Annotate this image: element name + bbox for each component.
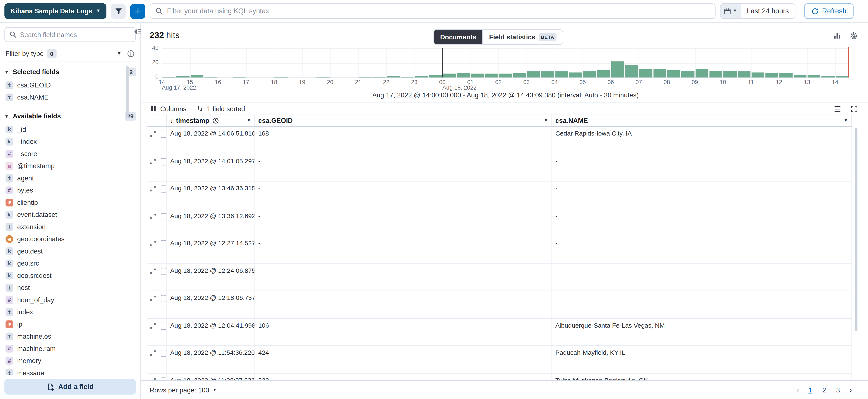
select-row-checkbox[interactable]: [161, 240, 166, 247]
csa-geoid-cell[interactable]: -: [255, 209, 552, 236]
csa-geoid-cell[interactable]: -: [255, 264, 552, 291]
field-item[interactable]: textension: [4, 221, 136, 233]
collapse-sidebar-button[interactable]: [133, 28, 141, 36]
field-item[interactable]: tcsa.GEOID: [4, 79, 136, 91]
histogram-bar[interactable]: [695, 69, 708, 77]
add-field-button[interactable]: Add a field: [4, 379, 136, 395]
histogram[interactable]: [162, 48, 849, 77]
grid-header-csa-name[interactable]: csa.NAME ▼: [552, 115, 852, 126]
select-row-checkbox[interactable]: [161, 158, 166, 165]
histogram-bar[interactable]: [653, 69, 666, 77]
next-page-button[interactable]: ›: [846, 385, 855, 395]
expand-row-button[interactable]: [150, 295, 156, 302]
refresh-button[interactable]: Refresh: [804, 3, 854, 19]
timestamp-cell[interactable]: Aug 18, 2022 @ 11:54:36.220: [167, 346, 255, 373]
histogram-bar[interactable]: [681, 71, 694, 77]
grid-header-timestamp[interactable]: ↓ timestamp ▼: [167, 115, 255, 126]
grid-header-csa-geoid[interactable]: csa.GEOID ▼: [255, 115, 552, 126]
csa-name-cell[interactable]: -: [552, 291, 852, 318]
field-item[interactable]: #_score: [4, 148, 136, 160]
field-item[interactable]: kgeo.dest: [4, 245, 136, 257]
field-item[interactable]: tindex: [4, 306, 136, 318]
histogram-bar[interactable]: [611, 61, 624, 77]
display-options-button[interactable]: [834, 105, 841, 113]
page-1-button[interactable]: 1: [805, 384, 816, 396]
histogram-bar[interactable]: [751, 72, 764, 77]
select-row-checkbox[interactable]: [161, 267, 166, 275]
histogram-bar[interactable]: [738, 72, 750, 77]
field-item[interactable]: ▦@timestamp: [4, 160, 136, 172]
histogram-bar[interactable]: [766, 73, 778, 77]
histogram-bar[interactable]: [471, 74, 484, 77]
kql-query-input[interactable]: [167, 7, 710, 15]
date-quick-select-button[interactable]: ▼: [721, 4, 741, 18]
expand-row-button[interactable]: [150, 377, 156, 380]
histogram-bar[interactable]: [780, 73, 793, 77]
histogram-bar[interactable]: [177, 76, 189, 77]
columns-button[interactable]: Columns: [150, 105, 186, 113]
histogram-bar[interactable]: [387, 76, 400, 77]
histogram-bar[interactable]: [836, 76, 848, 77]
chart-options-button[interactable]: [833, 32, 841, 40]
field-item[interactable]: kevent.dataset: [4, 209, 136, 221]
csa-name-cell[interactable]: Albuquerque-Santa Fe-Las Vegas, NM: [552, 319, 852, 345]
csa-name-cell[interactable]: -: [552, 264, 852, 291]
page-2-button[interactable]: 2: [818, 384, 830, 396]
histogram-bar[interactable]: [415, 76, 428, 77]
field-item[interactable]: kgeo.srcdest: [4, 270, 136, 282]
csa-geoid-cell[interactable]: 522: [255, 373, 552, 380]
select-row-checkbox[interactable]: [161, 377, 166, 380]
histogram-bar[interactable]: [555, 72, 568, 77]
sort-fields-button[interactable]: 1 field sorted: [196, 105, 245, 113]
histogram-bar[interactable]: [822, 76, 835, 77]
field-item[interactable]: tcsa.NAME: [4, 91, 136, 103]
filter-by-type-button[interactable]: Filter by type 0 ▼: [4, 46, 136, 62]
csa-geoid-cell[interactable]: -: [255, 236, 552, 263]
csa-geoid-cell[interactable]: 424: [255, 346, 552, 373]
data-view-picker[interactable]: Kibana Sample Data Logs ▼: [4, 3, 106, 19]
field-search-input[interactable]: [20, 31, 131, 38]
timestamp-cell[interactable]: Aug 18, 2022 @ 12:18:06.737: [167, 291, 255, 318]
expand-row-button[interactable]: [150, 322, 156, 329]
field-item[interactable]: IPip: [4, 318, 136, 330]
field-item[interactable]: #hour_of_day: [4, 294, 136, 306]
histogram-bar[interactable]: [625, 65, 638, 77]
timestamp-cell[interactable]: Aug 18, 2022 @ 14:06:51.816: [167, 127, 255, 154]
expand-row-button[interactable]: [150, 213, 156, 220]
histogram-bar[interactable]: [457, 73, 470, 77]
field-item[interactable]: #memory: [4, 355, 136, 367]
histogram-bar[interactable]: [794, 74, 807, 77]
histogram-bar[interactable]: [583, 72, 596, 77]
csa-name-cell[interactable]: -: [552, 154, 852, 181]
expand-row-button[interactable]: [150, 267, 156, 274]
timestamp-cell[interactable]: Aug 18, 2022 @ 13:46:36.315: [167, 181, 255, 208]
histogram-bar[interactable]: [499, 74, 512, 77]
fullscreen-button[interactable]: [850, 105, 858, 113]
csa-geoid-cell[interactable]: -: [255, 291, 552, 318]
select-row-checkbox[interactable]: [161, 322, 166, 330]
histogram-bar[interactable]: [429, 75, 442, 77]
csa-geoid-cell[interactable]: -: [255, 181, 552, 208]
add-filter-button[interactable]: [130, 4, 145, 19]
csa-name-cell[interactable]: -: [552, 181, 852, 208]
select-row-checkbox[interactable]: [161, 350, 166, 357]
histogram-bar[interactable]: [443, 74, 456, 77]
select-row-checkbox[interactable]: [161, 131, 166, 138]
chart-settings-button[interactable]: [850, 32, 858, 40]
field-item[interactable]: IPclientip: [4, 197, 136, 209]
field-item[interactable]: #bytes: [4, 184, 136, 196]
csa-name-cell[interactable]: Paducah-Mayfield, KY-IL: [552, 346, 852, 373]
histogram-bar[interactable]: [710, 71, 722, 77]
histogram-bar[interactable]: [190, 75, 204, 77]
timestamp-cell[interactable]: Aug 18, 2022 @ 11:38:27.836: [167, 373, 255, 380]
expand-row-button[interactable]: [150, 158, 156, 165]
csa-name-cell[interactable]: Tulsa-Muskogee-Bartlesville, OK: [552, 373, 852, 380]
histogram-bar[interactable]: [667, 70, 680, 77]
histogram-bar[interactable]: [485, 74, 498, 77]
csa-name-cell[interactable]: -: [552, 209, 852, 236]
timestamp-cell[interactable]: Aug 18, 2022 @ 14:01:05.297: [167, 154, 255, 181]
expand-row-button[interactable]: [150, 131, 156, 137]
csa-geoid-cell[interactable]: 106: [255, 319, 552, 345]
histogram-bar[interactable]: [808, 75, 820, 77]
csa-name-cell[interactable]: Cedar Rapids-Iowa City, IA: [552, 127, 852, 154]
